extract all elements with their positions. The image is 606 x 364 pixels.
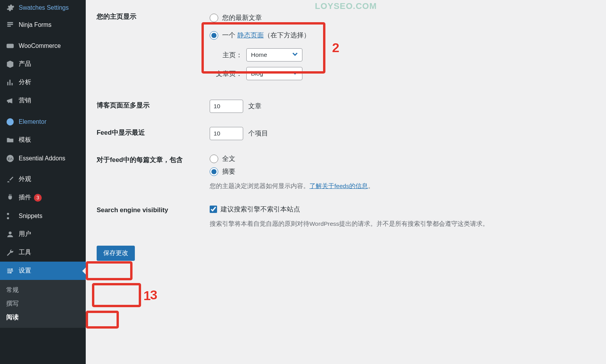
radio-static-page-label[interactable]: 一个 静态页面（在下方选择） [222,31,310,40]
sidebar-item-products[interactable]: 产品 [0,55,86,73]
radio-summary[interactable] [210,167,218,176]
radio-latest-posts-row: 您的最新文章 [210,13,595,22]
sidebar-item-plugins[interactable]: 插件 3 [0,188,86,207]
user-icon [5,230,15,239]
submenu-reading[interactable]: 阅读 [0,311,86,324]
sidebar-item-elementor[interactable]: Elementor [0,113,86,131]
svg-point-8 [10,272,12,273]
radio-summary-row: 摘要 [210,167,595,176]
posts-page-select-label: 文章页： [210,69,242,78]
settings-form: 您的主页显示 您的最新文章 一个 静态页面（在下方选择） 主页： Home [97,4,595,236]
annotation-number-3: 3 [150,287,157,302]
submenu-writing[interactable]: 撰写 [0,297,86,311]
sidebar-item-label: Swatches Settings [19,4,69,11]
feed-description: 您的主题决定浏览器如何显示内容。了解关于feeds的信息。 [210,181,595,191]
sidebar-item-label: Essential Addons [19,155,65,162]
row-label-blog-count: 博客页面至多显示 [97,93,210,120]
save-changes-button[interactable]: 保存更改 [97,246,135,261]
sidebar-item-label: 产品 [19,60,31,68]
chart-icon [5,78,15,87]
sidebar-item-settings[interactable]: 设置 [0,262,86,280]
submit-row: 保存更改 [97,246,595,261]
woo-icon [5,41,15,51]
radio-static-page-row: 一个 静态页面（在下方选择） [210,31,595,40]
sidebar-item-label: 用户 [19,230,31,238]
folder-icon [5,135,15,145]
ea-icon: EA [5,154,15,163]
svg-point-1 [7,118,14,125]
radio-static-page[interactable] [210,31,218,40]
sidebar-item-label: 插件 [19,193,31,202]
seo-description: 搜索引擎将本着自觉自愿的原则对待WordPress提出的请求。并不是所有搜索引擎… [210,219,595,229]
discourage-search-checkbox[interactable] [210,206,217,213]
svg-rect-0 [7,44,14,48]
plugins-update-badge: 3 [34,194,42,202]
sliders-icon [5,266,15,276]
radio-latest-posts[interactable] [210,14,218,22]
wrench-icon [5,248,15,257]
sidebar-item-label: 外观 [19,175,31,183]
submenu-general[interactable]: 常规 [0,283,86,297]
annotation-box-save [92,283,141,307]
megaphone-icon [5,96,15,106]
gear-icon [5,3,15,12]
sidebar-item-essential-addons[interactable]: EA Essential Addons [0,149,86,167]
sidebar-item-tools[interactable]: 工具 [0,243,86,262]
sidebar-item-label: 工具 [19,248,31,257]
blog-count-suffix: 文章 [248,102,261,110]
posts-page-select[interactable]: Blog [246,67,302,80]
svg-point-7 [11,268,13,270]
form-icon [5,20,15,30]
sidebar-item-label: Elementor [19,118,46,125]
sidebar-item-label: Snippets [19,213,42,220]
radio-full-text-label[interactable]: 全文 [222,154,235,163]
svg-text:EA: EA [8,157,13,160]
annotation-number-1: 1 [143,288,151,303]
static-page-link[interactable]: 静态页面 [237,32,264,39]
feed-items-count-input[interactable] [210,127,243,140]
homepage-select[interactable]: Home [246,48,302,62]
sidebar-item-snippets[interactable]: Snippets [0,207,86,225]
sidebar-item-analytics[interactable]: 分析 [0,73,86,91]
blog-posts-count-input[interactable] [210,100,243,113]
sidebar-item-templates[interactable]: 模板 [0,131,86,149]
scissors-icon [5,211,15,221]
radio-summary-label[interactable]: 摘要 [222,167,235,176]
brush-icon [5,175,15,184]
feed-count-suffix: 个项目 [248,130,268,137]
row-label-feed-count: Feed中显示最近 [97,120,210,147]
svg-point-5 [7,217,9,219]
seo-checkbox-row: 建议搜索引擎不索引本站点 [210,205,595,214]
sidebar-item-label: WooCommerce [19,42,61,49]
annotation-box-settings [86,261,133,280]
row-label-seo: Search engine visibility [97,198,210,236]
sidebar-item-swatches[interactable]: Swatches Settings [0,0,86,16]
elementor-icon [5,117,15,127]
discourage-search-label[interactable]: 建议搜索引擎不索引本站点 [221,205,300,214]
row-label-feed-content: 对于feed中的每篇文章，包含 [97,147,210,198]
annotation-box-reading [86,311,119,329]
settings-submenu: 常规 撰写 阅读 [0,280,86,328]
sidebar-item-users[interactable]: 用户 [0,225,86,243]
sidebar-item-label: Ninja Forms [19,21,51,28]
admin-sidebar: Swatches Settings Ninja Forms WooCommerc… [0,0,86,364]
svg-point-4 [7,213,9,215]
sidebar-item-label: 分析 [19,78,31,86]
feeds-info-link[interactable]: 了解关于feeds的信息 [309,183,368,189]
row-label-homepage: 您的主页显示 [97,4,210,93]
plug-icon [5,193,15,202]
sidebar-item-ninjaforms[interactable]: Ninja Forms [0,16,86,34]
svg-point-6 [9,231,11,234]
sidebar-item-label: 营销 [19,97,31,105]
sidebar-item-appearance[interactable]: 外观 [0,170,86,188]
radio-full-text-row: 全文 [210,154,595,163]
chevron-down-icon [291,69,299,79]
sidebar-item-marketing[interactable]: 营销 [0,91,86,110]
box-icon [5,60,15,69]
radio-full-text[interactable] [210,155,218,163]
chevron-down-icon [291,50,299,60]
sidebar-item-woocommerce[interactable]: WooCommerce [0,37,86,55]
homepage-select-row: 主页： Home [210,48,595,62]
posts-page-select-row: 文章页： Blog [210,67,595,80]
radio-latest-posts-label[interactable]: 您的最新文章 [222,13,262,22]
